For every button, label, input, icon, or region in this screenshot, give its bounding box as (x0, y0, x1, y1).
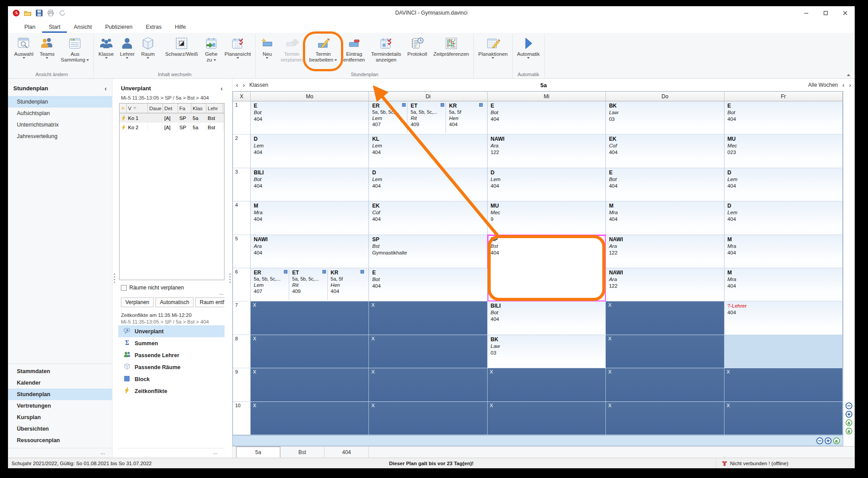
timetable-cell[interactable]: NAWIAra122 (606, 268, 724, 301)
open-file-icon[interactable] (24, 9, 31, 17)
sidebar-item-unterrichtsmatrix[interactable]: Unterrichtsmatrix (8, 119, 112, 131)
raum-button[interactable]: Raum (138, 35, 158, 60)
timetable-cell[interactable]: EBot404 (488, 101, 606, 135)
timetable-cell[interactable]: X (251, 335, 369, 368)
timetable-cell[interactable]: BKLaw03 (606, 101, 724, 135)
rooms-checkbox[interactable] (121, 285, 127, 291)
timetable-cell[interactable] (725, 335, 843, 368)
timetable-cell[interactable]: DLem404 (488, 168, 606, 201)
zoom-in-icon[interactable] (825, 437, 832, 444)
table-cell[interactable]: [A] (163, 123, 178, 132)
table-cell[interactable] (120, 123, 127, 132)
menu-tab-ansicht[interactable]: Ansicht (67, 22, 98, 33)
autofit-icon[interactable]: a (833, 437, 840, 444)
timetable-cell[interactable]: DLem404 (251, 135, 369, 168)
table-header-Daue[interactable]: Daue (148, 104, 163, 113)
table-cell[interactable]: [A] (163, 113, 178, 123)
ribbon-collapse-button[interactable] (847, 74, 850, 76)
table-header-Raun[interactable]: Raun (223, 104, 225, 113)
unverplant-more-button[interactable]: ... (118, 448, 225, 458)
table-cell[interactable]: 5a (191, 123, 206, 132)
timetable-cell[interactable]: KLLem404 (369, 135, 487, 168)
timetable-cell[interactable]: EBot404 (369, 268, 487, 301)
timetable-cell[interactable]: X (369, 335, 487, 368)
close-button[interactable] (835, 6, 855, 19)
timetable-cell[interactable]: ?-Lehrer404 (725, 301, 843, 335)
timetable-cell[interactable]: MMra404 (725, 235, 843, 268)
timetable-cell[interactable]: NAWIAra404 (251, 235, 369, 268)
auswahl-button[interactable]: Auswahl (11, 35, 36, 60)
sidebar-more-button[interactable]: ... (8, 448, 112, 458)
timetable-cell[interactable]: SPBst404 (488, 235, 606, 302)
sidebar-section-kalender[interactable]: Kalender (8, 377, 112, 389)
print-icon[interactable] (47, 9, 54, 17)
timetable-cell[interactable]: X (369, 301, 487, 335)
sidebar-item-aufsichtsplan[interactable]: Aufsichtsplan (8, 108, 112, 119)
table-header-Klas[interactable]: Klas (191, 104, 206, 113)
timetable-cell[interactable]: BILIBot404 (251, 168, 369, 201)
timetable-cell[interactable]: BILIBot404 (488, 301, 606, 335)
action-button-verplanen[interactable]: Verplanen (121, 297, 154, 307)
sidebar-section-stundenplan[interactable]: Stundenplan (8, 389, 112, 400)
sidebar-section-kursplan[interactable]: Kursplan (8, 412, 112, 423)
timetable-cell[interactable]: DLem404 (725, 201, 843, 235)
view-item-summen[interactable]: ΣSummen (118, 337, 225, 349)
table-cell[interactable]: Ko 1 (127, 113, 148, 123)
unverplant-collapse-icon[interactable]: ‹ (221, 86, 223, 91)
table-cell[interactable]: Ko 2 (127, 123, 148, 132)
timetable-cell[interactable]: X (488, 402, 606, 435)
plan-tab-404[interactable]: 404 (325, 447, 369, 458)
table-cell[interactable]: 404 (223, 123, 225, 132)
minimize-button[interactable] (796, 6, 816, 19)
next-plan-icon[interactable]: › (243, 82, 245, 88)
timetable-cell[interactable]: NAWIAra122 (488, 135, 606, 168)
prev-week-icon[interactable]: ‹ (842, 82, 845, 88)
view-item-zeitkonflikte[interactable]: Zeitkonflikte (118, 385, 225, 397)
timetable-cell[interactable]: X (725, 368, 843, 401)
next-week-icon[interactable]: › (849, 82, 851, 88)
table-cell[interactable] (120, 113, 127, 123)
schwarz-weiss-button[interactable]: Schwarz/Weiß (162, 35, 201, 58)
automatik-button[interactable]: Automatik (514, 35, 543, 60)
neu-button[interactable]: Neu (257, 35, 277, 60)
timetable-cell[interactable]: X (488, 368, 606, 401)
table-header-Lehr[interactable]: Lehr (206, 104, 223, 113)
zeitpraeferenzen-button[interactable]: Zeitpräferenzen (430, 35, 472, 58)
zoom-in-icon[interactable] (845, 411, 852, 418)
timetable-cell[interactable]: MUMec9 (488, 201, 606, 235)
timetable-cell[interactable]: X (606, 335, 724, 368)
timetable-cell[interactable]: SPBstGymnastikhalle (369, 235, 487, 268)
timetable-cell[interactable]: EBot404 (606, 168, 724, 201)
sidebar-section-übersichten[interactable]: Übersichten (8, 423, 112, 435)
menu-tab-start[interactable]: Start (42, 22, 67, 33)
lesson-part[interactable]: ET5a, 5b, 5c,...Rit409 (407, 103, 446, 133)
planaktionen-button[interactable]: Planaktionen (475, 35, 511, 60)
action-button-raumentf[interactable]: Raum entf. (195, 297, 225, 307)
aus-sammlung-button[interactable]: AusSammlung (58, 35, 92, 64)
lesson-part[interactable]: ER5a, 5b, 5c,...Lem407 (254, 270, 289, 300)
action-button-automatisch[interactable]: Automatisch (155, 297, 194, 307)
timetable-cell[interactable]: EBot404 (725, 101, 843, 135)
lesson-part[interactable]: KR5a, 5fHen404 (327, 270, 366, 300)
timetable-cell[interactable]: X (369, 368, 487, 401)
sidebar-section-ressourcenplan[interactable]: Ressourcenplan (8, 435, 112, 446)
menu-tab-plan[interactable]: Plan (18, 22, 42, 33)
planansicht-button[interactable]: Planansicht (221, 35, 254, 60)
timetable-cell[interactable]: X (251, 301, 369, 335)
menu-tab-publizieren[interactable]: Publizieren (98, 22, 139, 33)
table-cell[interactable]: Gymna (223, 113, 225, 123)
autofit-icon[interactable]: a (845, 428, 852, 435)
zoom-out-icon[interactable] (845, 402, 852, 409)
timetable-cell[interactable]: X (251, 402, 369, 435)
timetable-cell[interactable]: BKLaw03 (488, 335, 606, 368)
view-item-unverplant[interactable]: Unverplant (118, 325, 225, 337)
table-cell[interactable]: 5a (191, 113, 206, 123)
termin-bearbeiten-button[interactable]: Terminbearbeiten (306, 35, 340, 64)
timetable-cell[interactable]: ER5a, 5b, 5c,...Lem407ET5a, 5b, 5c,...Ri… (369, 101, 487, 135)
timetable-cell[interactable]: X (606, 301, 724, 335)
eintrag-entfernen-button[interactable]: Eintragentfernen (340, 35, 368, 64)
view-item-block[interactable]: Block (118, 373, 225, 385)
table-cell[interactable]: SP (178, 113, 191, 123)
klasse-button[interactable]: Klasse (95, 35, 117, 60)
splitter-right[interactable] (228, 79, 232, 458)
